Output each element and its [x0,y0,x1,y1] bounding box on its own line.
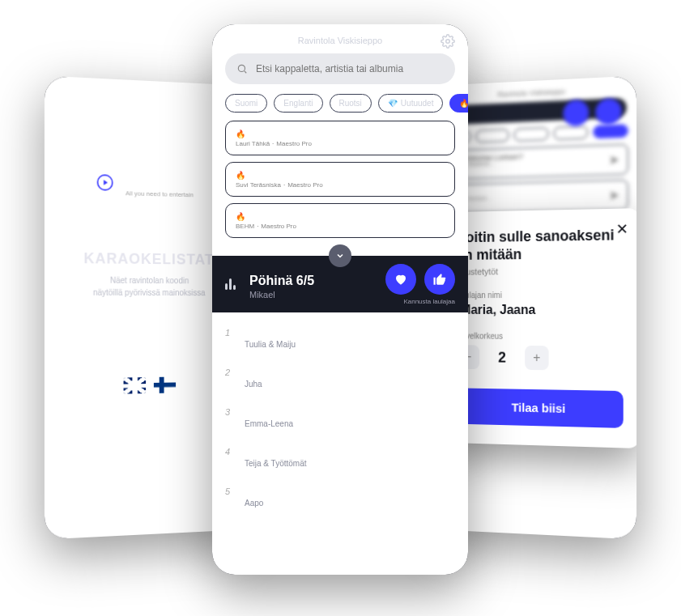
pitch-value: 2 [498,349,506,366]
hot-song-list: 🔥BlaaBlaa (En Kuule Sanaakaan) Lauri Täh… [212,121,468,238]
fire-icon: 🔥 [236,130,245,138]
brand-text: Feelment® All you need to entertain [126,170,206,199]
order-song-sheet: ✕ Soitin sulle sanoakseni en mitään Laus… [441,208,636,448]
fire-icon: 🔥 [236,171,245,180]
gem-icon: 💎 [388,99,398,108]
brand-name: Feelment [126,170,202,193]
pitch-plus-button[interactable]: + [525,346,548,370]
singer-name-label: Laulajan nimi [457,291,624,300]
svg-point-2 [238,65,245,71]
send-icon[interactable] [432,130,445,147]
thumbs-up-button[interactable] [424,264,455,295]
now-playing-singer: Mikael [249,290,314,300]
flag-fi-icon[interactable] [154,377,176,393]
chip-hot[interactable]: 🔥Hot [449,94,468,113]
send-icon[interactable] [432,213,445,229]
singer-name-value[interactable]: -Maria, Jaana [457,303,624,317]
heart-button[interactable] [385,264,416,295]
song-list-screen: Ravintola Viskisieppo Suomi Englanti Ruo… [212,24,468,575]
chip-englanti[interactable]: Englanti [274,94,322,113]
filter-chips: Suomi Englanti Ruotsi 💎Uutuudet 🔥Hot [212,84,468,121]
encourage-singer: Kannusta laulajaa [385,264,455,305]
pitch-stepper: − 2 + [457,345,624,371]
song-title: Soitin sulle sanoakseni en mitään [457,227,624,264]
chip-uutuudet[interactable]: 💎Uutuudet [378,94,444,113]
encourage-label: Kannusta laulajaa [385,298,455,305]
send-icon[interactable] [432,172,445,188]
queue-item[interactable]: 1 Miten Historiaa Luetaan?Tuulia & Maiju [225,317,455,357]
now-playing-title: Pöhinä 6/5 [249,274,314,288]
settings-button[interactable] [441,34,455,52]
hot-song-item[interactable]: 🔥Hei Rakas BEHM·Maestro Pro [225,203,455,238]
venue-name: Ravintola Viskisieppo [298,36,382,45]
search-bar[interactable] [225,53,455,84]
pitch-label: Sävelkorkeus [457,332,624,342]
hot-song-item[interactable]: 🔥BlaaBlaa (En Kuule Sanaakaan) Lauri Täh… [225,121,455,155]
flag-uk-icon[interactable] [124,377,147,394]
song-artist: Laustetytöt [457,266,624,277]
fire-icon: 🔥 [459,99,468,108]
svg-point-1 [446,40,450,44]
song-queue: 1 Miten Historiaa Luetaan?Tuulia & Maiju… [212,312,468,529]
queue-item[interactable]: 5 Miehen TyöAapo [225,476,455,516]
brand-play-icon [92,168,119,197]
fire-icon: 🔥 [236,212,245,221]
search-icon [236,63,248,74]
enter-code-button[interactable]: Syötä koodi [67,328,229,363]
equalizer-icon [225,278,240,290]
close-icon[interactable]: ✕ [616,220,628,239]
header: Ravintola Viskisieppo [212,24,468,53]
chevron-down-icon [335,251,345,261]
queue-item[interactable]: 3 Viidestoista PäiväEmma-Leena [225,397,455,436]
chip-suomi[interactable]: Suomi [225,94,267,113]
order-song-button[interactable]: Tilaa biisi [457,389,624,429]
queue-item[interactable]: 2 JohnJuha [225,357,455,397]
search-input[interactable] [256,63,444,74]
collapse-handle[interactable] [212,244,468,267]
hot-song-item[interactable]: 🔥Ihmisen Poika Suvi Teräsniska·Maestro P… [225,162,455,197]
chip-ruotsi[interactable]: Ruotsi [330,94,372,113]
queue-item[interactable]: 4 Paula-PotpuriTeija & Työttömät [225,436,455,476]
